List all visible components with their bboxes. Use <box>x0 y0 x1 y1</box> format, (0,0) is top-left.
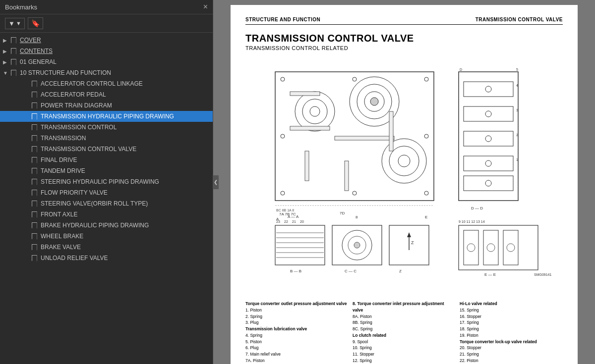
svg-text:1: 1 <box>516 158 518 161</box>
bookmark-item-contents[interactable]: ▶CONTENTS <box>0 46 213 56</box>
bookmark-item-final-drive[interactable]: FINAL DRIVE <box>0 155 213 165</box>
tc-lockup-title: Torque converter lock-up valve related <box>460 339 563 345</box>
bookmark-item-steering-valve[interactable]: STEERING VALVE(ORBIR ROLL TYPE) <box>0 198 213 209</box>
part-6: 6. Plug <box>245 345 349 351</box>
bookmark-item-brake-hydraulic[interactable]: BRAKE HYDRAULIC PIPING DRAWING <box>0 220 213 231</box>
svg-rect-24 <box>389 111 393 151</box>
bookmark-item-10-structure[interactable]: ▼10 STRUCTURE AND FUNCTION <box>0 67 213 78</box>
part-3: 3. Plug <box>245 319 349 326</box>
part-18: 18. Spring <box>460 326 563 332</box>
bookmark-item-tandem-drive[interactable]: TANDEM DRIVE <box>0 165 213 176</box>
svg-point-39 <box>485 160 491 166</box>
svg-point-14 <box>424 191 428 195</box>
parts-col-1: Torque converter outlet pressure adjustm… <box>245 301 349 364</box>
svg-text:21: 21 <box>292 220 296 223</box>
bookmark-item-trans-control[interactable]: TRANSMISSION CONTROL <box>0 122 213 133</box>
bookmark-item-01-general[interactable]: ▶01 GENERAL <box>0 56 213 67</box>
bookmark-icon <box>31 124 38 131</box>
part-8c: 8C. Spring <box>353 326 456 332</box>
svg-rect-32 <box>464 106 513 121</box>
svg-text:B — B: B — B <box>290 269 301 273</box>
close-button[interactable]: × <box>203 3 208 11</box>
panel-header: Bookmarks × <box>0 0 213 14</box>
bookmark-tool-button[interactable]: 🔖 <box>28 17 43 29</box>
svg-rect-34 <box>464 156 513 171</box>
collapse-handle[interactable]: ❮ <box>213 175 219 189</box>
svg-rect-30 <box>459 72 518 201</box>
svg-text:22: 22 <box>284 220 288 223</box>
svg-rect-72 <box>483 230 498 265</box>
bookmark-item-wheel-brake[interactable]: WHEEL BRAKE <box>0 231 213 242</box>
bookmark-item-transmission[interactable]: TRANSMISSION <box>0 133 213 144</box>
bookmark-item-brake-valve[interactable]: BRAKE VALVE <box>0 242 213 253</box>
expand-collapse-icon: ▼ <box>3 70 9 76</box>
part-5: 5. Piston <box>245 339 349 345</box>
bookmark-icon <box>31 102 38 109</box>
bookmark-icon <box>31 211 38 218</box>
toolbar: ▼ ▼ 🔖 <box>0 14 213 33</box>
bookmark-label: FRONT AXLE <box>41 211 77 218</box>
svg-point-2 <box>302 99 327 124</box>
expand-collapse-icon: ▶ <box>3 49 9 54</box>
svg-text:20: 20 <box>300 220 304 223</box>
part-7: 7. Main relief valve <box>245 351 349 358</box>
expand-label: ▼ <box>16 20 21 26</box>
bookmark-label: STEERING HYDRAULIC PIPING DRAWING <box>41 178 159 185</box>
svg-rect-20 <box>290 126 330 130</box>
bookmark-item-trans-control-valve[interactable]: TRANSMISSION CONTROL VALVE <box>0 144 213 155</box>
bookmark-item-power-train[interactable]: POWER TRAIN DIAGRAM <box>0 100 213 111</box>
bookmark-item-accel-pedal[interactable]: ACCELERATOR PEDAL <box>0 89 213 100</box>
parts-list: Torque converter outlet pressure adjustm… <box>245 301 563 364</box>
svg-point-12 <box>424 77 428 81</box>
part-8b: 8B. Spring <box>353 319 456 326</box>
bookmark-icon <box>31 255 38 261</box>
bookmark-item-front-axle[interactable]: FRONT AXLE <box>0 209 213 220</box>
svg-point-1 <box>295 92 335 131</box>
lo-clutch-title: Lo clutch related <box>353 332 456 339</box>
svg-rect-48 <box>275 225 325 265</box>
svg-point-11 <box>281 77 285 81</box>
svg-point-75 <box>487 244 495 252</box>
bookmark-icon <box>31 200 38 207</box>
bookmark-item-accel-control[interactable]: ACCELERATOR CONTROL LINKAGE <box>0 78 213 89</box>
svg-point-18 <box>353 191 357 195</box>
bookmark-icon <box>10 58 17 65</box>
bookmark-item-steering-hydraulic[interactable]: STEERING HYDRAULIC PIPING DRAWING <box>0 176 213 187</box>
svg-rect-33 <box>464 131 513 146</box>
bookmark-icon <box>31 178 38 185</box>
bookmark-icon <box>31 135 38 142</box>
svg-point-3 <box>310 106 320 116</box>
svg-point-7 <box>370 98 378 105</box>
bookmark-icon <box>31 233 38 240</box>
bookmark-item-flow-priority[interactable]: FLOW PRIORITY VALVE <box>0 187 213 198</box>
bookmark-label: FINAL DRIVE <box>41 156 77 163</box>
bookmark-icon <box>31 189 38 196</box>
svg-rect-21 <box>335 136 394 140</box>
svg-text:4: 4 <box>516 84 518 87</box>
svg-rect-23 <box>305 151 309 181</box>
bookmark-item-unload-relief[interactable]: UNLOAD RELIEF VALVE <box>0 253 213 263</box>
bookmark-item-cover[interactable]: ▶COVER <box>0 35 213 46</box>
bookmark-item-trans-hydraulic[interactable]: TRANSMISSION HYDRAULIC PIPING DRAWING <box>0 111 213 122</box>
page-container: STRUCTURE AND FUNCTION TRANSMISSION CONT… <box>213 0 595 364</box>
col1-title: Torque converter outlet pressure adjustm… <box>245 301 349 307</box>
bookmark-label: 01 GENERAL <box>20 58 57 65</box>
bookmark-label: WHEEL BRAKE <box>41 233 83 240</box>
bookmark-icon <box>31 222 38 229</box>
diagram-area: A 7A 7B 7C 7D 8 E <box>245 57 563 297</box>
svg-text:BC  8B  1A    8: BC 8B 1A 8 <box>276 208 294 212</box>
svg-point-37 <box>485 111 491 117</box>
technical-diagram: A 7A 7B 7C 7D 8 E <box>245 57 563 295</box>
svg-marker-67 <box>407 232 411 237</box>
svg-rect-73 <box>503 230 518 265</box>
bookmark-label: BRAKE VALVE <box>41 244 81 251</box>
part-1: 1. Piston <box>245 307 349 313</box>
expand-button[interactable]: ▼ ▼ <box>5 18 25 29</box>
svg-point-38 <box>485 136 491 142</box>
svg-text:Z: Z <box>399 269 402 273</box>
bookmark-label: COVER <box>20 37 41 44</box>
trans-lub-title: Transmission lubrication valve <box>245 326 349 332</box>
part-12: 12. Spring <box>353 358 456 364</box>
svg-text:8: 8 <box>356 215 358 219</box>
bookmark-tree: ▶COVER▶CONTENTS▶01 GENERAL▼10 STRUCTURE … <box>0 33 213 364</box>
